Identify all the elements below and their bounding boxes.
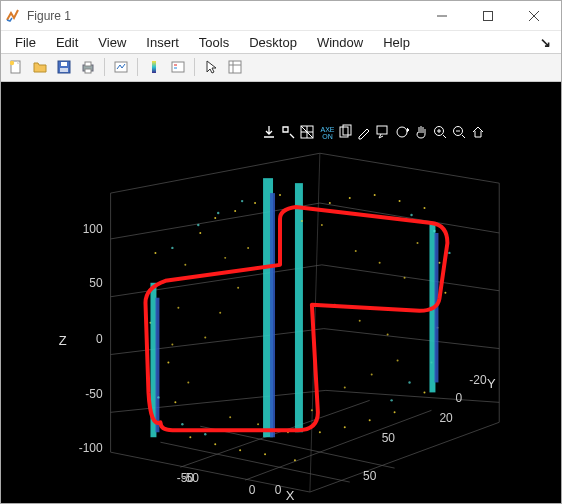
open-file-button[interactable] — [29, 56, 51, 78]
window-titlebar: Figure 1 — [1, 1, 561, 31]
svg-line-42 — [324, 328, 499, 348]
colorbar-button[interactable] — [356, 124, 375, 143]
svg-line-29 — [443, 135, 446, 138]
menu-window[interactable]: Window — [307, 32, 373, 53]
edit-plot-button[interactable] — [200, 56, 222, 78]
menu-file[interactable]: File — [5, 32, 46, 53]
svg-point-100 — [344, 386, 346, 388]
svg-point-61 — [264, 453, 266, 455]
svg-point-58 — [189, 436, 191, 438]
svg-point-67 — [423, 207, 425, 209]
svg-line-47 — [200, 426, 394, 468]
svg-rect-1 — [484, 11, 493, 20]
menu-tools[interactable]: Tools — [189, 32, 239, 53]
menu-insert[interactable]: Insert — [136, 32, 189, 53]
svg-point-118 — [157, 396, 159, 398]
rotate-button[interactable] — [394, 124, 413, 143]
menu-help[interactable]: Help — [373, 32, 420, 53]
new-figure-icon — [8, 59, 24, 75]
svg-line-40 — [320, 203, 499, 233]
svg-point-111 — [241, 199, 243, 201]
pan-button[interactable] — [413, 124, 432, 143]
z-axis-label: Z — [59, 332, 67, 347]
svg-text:-20: -20 — [469, 373, 487, 387]
restore-view-button[interactable] — [470, 124, 489, 143]
figure-toolbar — [1, 54, 561, 81]
svg-rect-11 — [85, 69, 91, 73]
rotate-icon — [394, 124, 413, 143]
open-folder-icon — [32, 59, 48, 75]
y-tick-labels: -20 0 20 — [439, 373, 487, 425]
svg-point-117 — [204, 433, 206, 435]
window-title: Figure 1 — [27, 9, 71, 23]
grid-icon — [299, 124, 318, 143]
minimize-button[interactable] — [419, 1, 465, 31]
svg-text:0: 0 — [275, 483, 282, 497]
export-icon — [261, 124, 280, 143]
maximize-icon — [483, 11, 493, 21]
svg-point-95 — [417, 241, 419, 243]
svg-point-5 — [10, 61, 14, 65]
z-tick-labels: -100 -50 0 50 100 — [79, 221, 103, 454]
menu-view[interactable]: View — [88, 32, 136, 53]
svg-point-62 — [294, 459, 296, 461]
new-figure-button[interactable] — [5, 56, 27, 78]
svg-point-88 — [224, 256, 226, 258]
save-figure-button[interactable] — [53, 56, 75, 78]
dock-controls-icon[interactable]: ↘ — [534, 35, 557, 50]
svg-point-93 — [379, 261, 381, 263]
colorbar-icon — [146, 59, 162, 75]
svg-line-38 — [111, 328, 324, 354]
menu-desktop[interactable]: Desktop — [239, 32, 307, 53]
open-property-inspector-button[interactable] — [224, 56, 246, 78]
zoom-out-button[interactable] — [451, 124, 470, 143]
axes-toolbar: AXE ON — [261, 124, 489, 143]
toggle-grid-button[interactable] — [299, 124, 318, 143]
brush-select-icon — [280, 124, 299, 143]
svg-line-41 — [322, 264, 499, 290]
pan-icon — [413, 124, 432, 143]
x-tick-labels-front: -50 0 50 — [182, 469, 377, 497]
svg-text:50: 50 — [382, 431, 396, 445]
axes-area[interactable]: AXE ON — [1, 82, 561, 504]
svg-point-85 — [177, 306, 179, 308]
svg-point-120 — [390, 399, 392, 401]
svg-point-63 — [329, 202, 331, 204]
datatip-button[interactable] — [375, 124, 394, 143]
y-axis-label: Y — [487, 376, 496, 391]
minimize-icon — [437, 11, 447, 21]
svg-point-107 — [359, 319, 361, 321]
svg-text:0: 0 — [96, 331, 103, 345]
svg-point-72 — [423, 391, 425, 393]
insert-colorbar-button[interactable] — [143, 56, 165, 78]
toolbar-separator — [104, 58, 105, 76]
svg-point-87 — [187, 381, 189, 383]
svg-point-101 — [371, 373, 373, 375]
svg-point-84 — [184, 263, 186, 265]
svg-point-116 — [181, 423, 183, 425]
brush-button[interactable] — [280, 124, 299, 143]
svg-point-112 — [171, 246, 173, 248]
copy-button[interactable] — [337, 124, 356, 143]
export-button[interactable] — [261, 124, 280, 143]
maximize-button[interactable] — [465, 1, 511, 31]
insert-legend-button[interactable] — [167, 56, 189, 78]
svg-rect-10 — [85, 62, 91, 66]
toggle-axes-button[interactable]: AXE ON — [318, 124, 337, 143]
svg-rect-82 — [155, 297, 159, 432]
svg-rect-17 — [229, 61, 241, 73]
menu-edit[interactable]: Edit — [46, 32, 88, 53]
svg-point-74 — [344, 426, 346, 428]
svg-point-60 — [239, 449, 241, 451]
svg-point-102 — [397, 359, 399, 361]
copy-icon — [337, 124, 356, 143]
zoom-in-button[interactable] — [432, 124, 451, 143]
print-figure-button[interactable] — [77, 56, 99, 78]
close-button[interactable] — [511, 1, 557, 31]
zoom-out-icon — [451, 124, 470, 143]
svg-text:50: 50 — [89, 275, 103, 289]
svg-point-75 — [369, 419, 371, 421]
link-plot-button[interactable] — [110, 56, 132, 78]
svg-point-94 — [404, 276, 406, 278]
edit-icon — [356, 124, 375, 143]
